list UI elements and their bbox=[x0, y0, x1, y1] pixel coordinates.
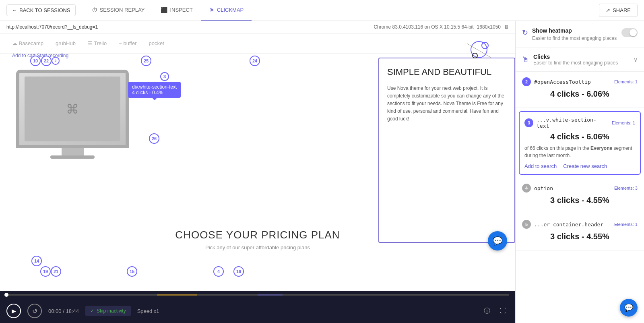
svg-point-0 bbox=[471, 41, 487, 58]
replay-button[interactable]: ↺ bbox=[27, 304, 42, 318]
click-selector-5: ...er-container.header bbox=[534, 222, 611, 228]
click-item-4-header: 4 option Elements: 3 bbox=[522, 184, 638, 193]
time-total: 18:44 bbox=[66, 308, 79, 314]
click-selector-4: option bbox=[534, 185, 611, 191]
tooltip-clicks: 4 clicks - 0.4% bbox=[132, 90, 177, 95]
url-bar: http://localhost:7070/record?__ls_debug=… bbox=[0, 21, 515, 33]
heatmap-toggle-section: ↻ Show heatmap Easier to find the most e… bbox=[516, 21, 644, 48]
playback-right: ⓘ ⛶ bbox=[481, 305, 509, 317]
content-box-title: SIMPLE AND BEAUTIFUL bbox=[387, 66, 506, 78]
chat-bubble[interactable]: 💬 bbox=[488, 231, 507, 251]
svg-line-3 bbox=[467, 43, 491, 58]
chevron-down-icon: ∨ bbox=[634, 56, 638, 63]
click-item-3: 3 ...v.white-section-text Elements: 1 4 … bbox=[519, 111, 641, 175]
heatmap-description: Easier to find the most engaging places bbox=[532, 35, 617, 41]
add-to-search-link[interactable]: Add to search bbox=[524, 163, 557, 169]
heatmap-title: Show heatmap bbox=[532, 27, 617, 34]
session-replay-icon: ⏱ bbox=[92, 7, 97, 13]
playback-bar: ▶ ↺ 00:00 / 18:44 ✓ Skip inactivity Spee… bbox=[0, 291, 515, 323]
content-box-desc: Use Nova theme for your next web project… bbox=[387, 85, 506, 123]
brand-basecamp: ☁ Basecamp bbox=[12, 40, 43, 46]
resolution-text: 1680x1050 bbox=[477, 24, 501, 30]
clickmap-label: CLICKMAP bbox=[217, 7, 244, 13]
back-button-label: BACK TO SESSIONS bbox=[19, 7, 70, 13]
tab-inspect[interactable]: ⬛ INSPECT bbox=[153, 0, 200, 21]
inspect-icon: ⬛ bbox=[161, 7, 167, 13]
back-to-sessions-button[interactable]: ← BACK TO SESSIONS bbox=[6, 4, 76, 16]
click-stats-2: 4 clicks - 6.06% bbox=[522, 89, 638, 99]
create-new-search-link[interactable]: Create new search bbox=[563, 163, 607, 169]
time-current: 00:00 bbox=[48, 308, 62, 314]
brand-trello: ☰ Trello bbox=[88, 40, 107, 46]
share-icon: ↗ bbox=[606, 7, 610, 13]
click-selector-3: ...v.white-section-text bbox=[537, 117, 609, 129]
heatmap-toggle-switch[interactable] bbox=[621, 28, 638, 37]
inspect-label: INSPECT bbox=[170, 7, 192, 13]
click-elements-3[interactable]: Elements: 1 bbox=[612, 120, 635, 125]
info-button[interactable]: ⓘ bbox=[481, 305, 493, 317]
click-actions-3: Add to search Create new search bbox=[524, 163, 635, 169]
clickmap-icon: 🖱 bbox=[209, 7, 215, 13]
click-detail-3: of 66 clicks on this page in the Everyon… bbox=[524, 145, 635, 159]
clicks-section: 🖱 Clicks Easier to find the most engagin… bbox=[516, 48, 644, 72]
url-text: http://localhost:7070/record?__ls_debug=… bbox=[6, 24, 98, 30]
fullscreen-button[interactable]: ⛶ bbox=[497, 305, 509, 317]
click-item-3-header: 3 ...v.white-section-text Elements: 1 bbox=[524, 117, 635, 129]
play-button[interactable]: ▶ bbox=[6, 304, 21, 318]
click-elements-5[interactable]: Elements: 1 bbox=[614, 222, 638, 227]
click-stats-3: 4 clicks - 6.06% bbox=[524, 132, 635, 141]
check-icon: ✓ bbox=[90, 308, 94, 314]
time-display: 00:00 / 18:44 bbox=[48, 308, 79, 314]
pricing-subtitle: Pick any of our super affordable pricing… bbox=[8, 244, 507, 251]
heat-circle-21[interactable]: 21 bbox=[51, 266, 61, 277]
clicks-description: Easier to find the most engaging places bbox=[533, 60, 630, 66]
svg-point-1 bbox=[482, 42, 488, 49]
top-nav: ← BACK TO SESSIONS ⏱ SESSION REPLAY ⬛ IN… bbox=[0, 0, 644, 21]
tab-session-replay[interactable]: ⏱ SESSION REPLAY bbox=[84, 0, 153, 21]
browser-info-text: Chrome 83.0.4103.116 on OS X 10.15.5 64-… bbox=[374, 24, 473, 30]
share-label: SHARE bbox=[613, 7, 631, 13]
heat-circle-25[interactable]: 25 bbox=[141, 56, 151, 66]
toggle-knob bbox=[630, 29, 637, 36]
brand-buffer: ~ buffer bbox=[119, 40, 136, 46]
tooltip-container: 3 div.white-section-text 4 clicks - 0.4% bbox=[160, 72, 169, 81]
decorative-animation bbox=[463, 37, 495, 63]
playback-controls: ▶ ↺ 00:00 / 18:44 ✓ Skip inactivity Spee… bbox=[6, 299, 509, 323]
click-elements-4[interactable]: Elements: 3 bbox=[614, 186, 638, 190]
pricing-section: CHOOSE YOUR PRICING PLAN Pick any of our… bbox=[0, 221, 515, 259]
click-rank-5: 5 bbox=[522, 220, 531, 229]
click-item-5-header: 5 ...er-container.header Elements: 1 bbox=[522, 220, 638, 229]
viewport: ☁ Basecamp grubHub ☰ Trello ~ buffer poc… bbox=[0, 33, 515, 291]
heat-circle-3[interactable]: 3 bbox=[160, 72, 169, 81]
heatmap-toggle-left: ↻ Show heatmap Easier to find the most e… bbox=[522, 27, 617, 41]
click-rank-3: 3 bbox=[524, 118, 533, 127]
click-items-list: 2 #openAccessTooltip Elements: 1 4 click… bbox=[516, 72, 644, 251]
click-item-4: 4 option Elements: 3 3 clicks - 4.55% bbox=[516, 178, 644, 214]
content-box: SIMPLE AND BEAUTIFUL Use Nova theme for … bbox=[378, 58, 515, 243]
tab-clickmap[interactable]: 🖱 CLICKMAP bbox=[201, 0, 252, 21]
heat-circle-24[interactable]: 24 bbox=[250, 56, 260, 66]
arrow-left-icon: ← bbox=[12, 7, 17, 13]
click-stats-5: 3 clicks - 4.55% bbox=[522, 232, 638, 241]
click-elements-2[interactable]: Elements: 1 bbox=[614, 79, 638, 84]
click-item-5: 5 ...er-container.header Elements: 1 3 c… bbox=[516, 214, 644, 251]
heat-circle-15[interactable]: 15 bbox=[127, 266, 137, 277]
click-item-2-header: 2 #openAccessTooltip Elements: 1 bbox=[522, 77, 638, 86]
share-button[interactable]: ↗ SHARE bbox=[599, 4, 638, 17]
browser-info: Chrome 83.0.4103.116 on OS X 10.15.5 64-… bbox=[374, 24, 509, 30]
heat-circle-19[interactable]: 19 bbox=[40, 266, 51, 277]
heat-circle-16[interactable]: 16 bbox=[233, 266, 244, 277]
right-sidebar: ↻ Show heatmap Easier to find the most e… bbox=[515, 21, 644, 323]
heat-circle-4-bottom[interactable]: 4 bbox=[213, 266, 224, 277]
heat-circle-26[interactable]: 26 bbox=[149, 133, 159, 144]
tooltip-selector: div.white-section-text bbox=[132, 84, 177, 90]
click-rank-2: 2 bbox=[522, 77, 531, 86]
progress-track[interactable] bbox=[6, 294, 509, 296]
brand-pocket: pocket bbox=[149, 40, 164, 46]
clicks-title: Clicks bbox=[533, 54, 630, 60]
clicks-section-header[interactable]: 🖱 Clicks Easier to find the most engagin… bbox=[516, 48, 644, 71]
skip-inactivity-button[interactable]: ✓ Skip inactivity bbox=[85, 306, 131, 316]
heatmap-toggle-text: Show heatmap Easier to find the most eng… bbox=[532, 27, 617, 41]
add-to-cart-label[interactable]: Add to cart Start recording bbox=[12, 53, 68, 58]
sidebar-chat-bubble[interactable]: 💬 bbox=[620, 299, 638, 317]
